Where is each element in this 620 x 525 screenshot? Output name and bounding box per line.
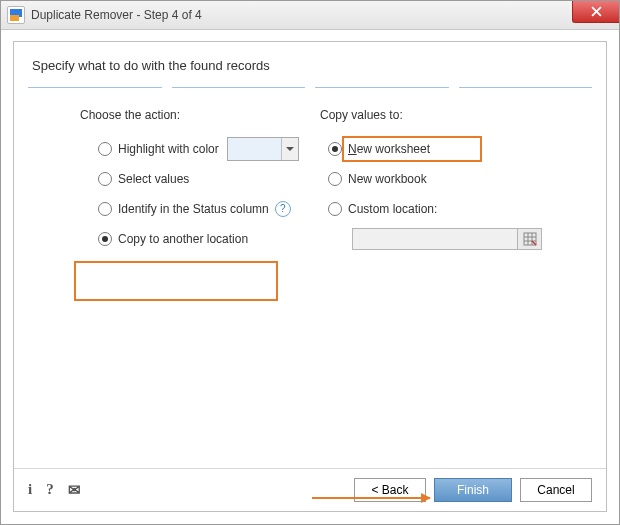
help-icon[interactable]: ? [275, 201, 291, 217]
radio-custom-location[interactable]: Custom location: [310, 196, 580, 222]
window-title: Duplicate Remover - Step 4 of 4 [31, 8, 202, 22]
radio-label: Highlight with color [118, 142, 219, 156]
action-heading: Choose the action: [80, 108, 310, 122]
radio-label: Select values [118, 172, 189, 186]
main-panel: Specify what to do with the found record… [13, 41, 607, 512]
radio-icon [98, 202, 112, 216]
finish-button[interactable]: Finish [434, 478, 512, 502]
radio-label: New workbook [348, 172, 427, 186]
cancel-button[interactable]: Cancel [520, 478, 592, 502]
radio-select-values[interactable]: Select values [40, 166, 310, 192]
close-icon [591, 6, 602, 17]
custom-location-row [352, 228, 542, 250]
radio-label: Custom location: [348, 202, 437, 216]
custom-location-input[interactable] [352, 228, 518, 250]
radio-new-workbook[interactable]: New workbook [310, 166, 580, 192]
destination-column: Copy values to: New worksheet New workbo… [310, 108, 580, 256]
radio-label: New worksheet [348, 142, 430, 156]
radio-icon [328, 142, 342, 156]
radio-highlight[interactable]: Highlight with color [40, 136, 310, 162]
help-button-icon[interactable]: ? [46, 481, 54, 499]
radio-icon [98, 232, 112, 246]
info-icon[interactable]: i [28, 481, 32, 499]
radio-icon [328, 202, 342, 216]
instruction-text: Specify what to do with the found record… [14, 42, 606, 75]
highlight-copy-option [74, 261, 278, 301]
radio-icon [98, 172, 112, 186]
radio-new-worksheet[interactable]: New worksheet [310, 136, 580, 162]
radio-label: Identify in the Status column [118, 202, 269, 216]
window-close-button[interactable] [572, 1, 619, 23]
footer-bar: i ? ✉ < Back Finish Cancel [14, 468, 606, 511]
destination-heading: Copy values to: [320, 108, 580, 122]
radio-identify-status[interactable]: Identify in the Status column ? [40, 196, 310, 222]
titlebar: Duplicate Remover - Step 4 of 4 [1, 1, 619, 30]
chevron-down-icon [281, 138, 298, 160]
grid-icon [523, 232, 537, 246]
app-icon [7, 6, 25, 24]
action-column: Choose the action: Highlight with color … [40, 108, 310, 256]
annotation-arrow [312, 497, 430, 499]
range-picker-button[interactable] [518, 228, 542, 250]
radio-label: Copy to another location [118, 232, 248, 246]
highlight-color-dropdown[interactable] [227, 137, 299, 161]
mail-icon[interactable]: ✉ [68, 481, 81, 499]
radio-copy-location[interactable]: Copy to another location [40, 226, 310, 252]
radio-icon [98, 142, 112, 156]
radio-icon [328, 172, 342, 186]
